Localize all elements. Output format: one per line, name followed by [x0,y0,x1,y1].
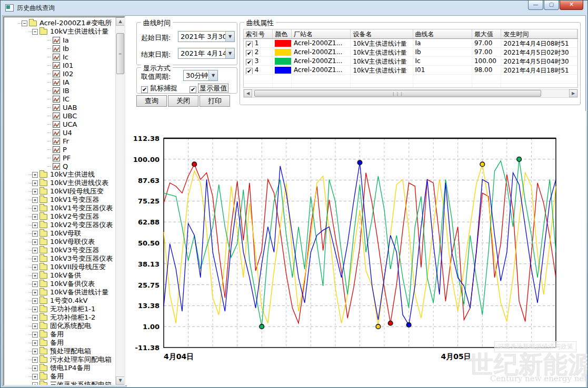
scroll-left-icon[interactable]: ◀ [244,89,252,97]
tree-item[interactable]: Ic [4,53,115,61]
expand-icon[interactable]: + [32,357,38,363]
tree-item[interactable]: +馈电1P4备用 [4,364,115,372]
row-checkbox[interactable]: ✔ [246,50,253,56]
tree-item[interactable]: +备用 [4,339,115,347]
table-h-scrollbar[interactable]: ◀ ❘❘❘ ▶ [243,89,578,98]
expand-icon[interactable]: + [32,323,38,329]
collapse-icon[interactable]: − [22,21,27,26]
tree-item[interactable]: −Acrel-2000Z1#变电所 [4,19,115,27]
tree-item[interactable]: +10kV备供进线计量 [4,288,115,297]
chevron-down-icon[interactable]: ▼ [225,48,234,58]
tree-item[interactable]: −10kV主供进线计量 [4,27,115,36]
expand-icon[interactable]: + [32,315,38,321]
expand-icon[interactable]: + [32,197,38,203]
tree-item[interactable]: +备用 [4,372,115,381]
tree-item[interactable]: +10kVII段母线压变 [4,263,115,271]
minimize-button[interactable]: — [528,1,543,10]
scroll-down-icon[interactable]: ▼ [116,376,125,385]
tree-item[interactable]: +三效蒸发系统配电箱 [4,381,115,385]
column-header[interactable]: 最大值 [472,29,501,38]
tree-item[interactable]: +10kV母联 [4,229,115,238]
expand-icon[interactable]: + [32,206,38,211]
expand-icon[interactable]: + [32,365,38,371]
column-header[interactable]: 颜色 [273,29,292,38]
expand-icon[interactable]: + [32,256,38,262]
tree-item[interactable]: PF [4,154,115,162]
column-header[interactable]: 设备名 [351,29,413,38]
mouse-capture-checkbox[interactable]: ✔ 鼠标捕捉 [141,84,177,93]
expand-icon[interactable]: + [32,349,38,354]
tree-scroll-thumb[interactable]: ≡ [116,33,124,74]
tree-item[interactable]: UBC [4,111,115,120]
column-header[interactable]: 厂站名 [292,29,351,38]
period-select[interactable]: 30分钟 ▼ [183,70,218,81]
tree-item[interactable]: +1号变0.4kV [4,297,115,305]
tree-item[interactable]: +10kV3号变压器仪表 [4,254,115,263]
tree-item[interactable]: IB [4,86,115,95]
print-button[interactable]: 打印 [200,95,230,107]
tree-item[interactable]: +预处理配电箱 [4,347,115,355]
tree-item[interactable]: +污水处理车间配电箱 [4,355,115,364]
table-row[interactable]: ✔ 1Acrel-2000Z1...10kV主供进线计量Ia97.002021年… [244,39,577,48]
expand-icon[interactable]: + [32,281,38,287]
column-header[interactable]: 发生时间 [501,29,577,38]
expand-icon[interactable]: + [32,290,38,295]
column-header[interactable]: 曲线名 [413,29,472,38]
expand-icon[interactable]: + [32,298,38,304]
expand-icon[interactable]: + [32,214,38,220]
tree-item[interactable]: IC [4,95,115,103]
expand-icon[interactable]: + [32,307,38,312]
tree-item[interactable]: +10kV3号变压器 [4,246,115,254]
tree-item[interactable]: +10kV1号变压器仪表 [4,204,115,212]
row-checkbox[interactable]: ✔ [246,68,253,74]
table-row[interactable]: ✔ 4Acrel-2000Z1...10kV主供进线计量I0198.002021… [244,66,577,75]
maximize-button[interactable]: ▢ [544,1,559,10]
tree-item[interactable]: P [4,145,115,154]
close-dialog-button[interactable]: 关闭 [168,95,198,107]
tree-item[interactable]: Ia [4,36,115,44]
checkbox-check-icon[interactable]: ✔ [141,86,148,93]
tree-item[interactable]: +10kVI段母线压变 [4,187,115,196]
tree-item[interactable]: +10kV2号变压器仪表 [4,221,115,229]
tree-item[interactable]: +10kV备供 [4,271,115,280]
tree-item[interactable]: I01 [4,61,115,69]
expand-icon[interactable]: + [32,273,38,279]
expand-icon[interactable]: + [32,231,38,237]
table-scroll-thumb[interactable]: ❘❘❘ [254,90,541,97]
tree-item[interactable]: +固化系统配电 [4,322,115,330]
expand-icon[interactable]: + [32,264,38,270]
expand-icon[interactable]: + [32,172,38,178]
table-row[interactable]: ✔ 3Acrel-2000Z1...10kV主供进线计量Ic100.002021… [244,57,577,66]
tree-item[interactable]: Q [4,162,115,170]
tree-item[interactable]: U4 [4,128,115,137]
tree-scrollbar[interactable]: ▲ ≡ ▼ [115,17,124,385]
expand-icon[interactable]: + [32,382,38,385]
collapse-icon[interactable]: − [32,29,38,35]
tree-item[interactable]: +备用 [4,330,115,339]
row-checkbox[interactable]: ✔ [246,41,253,47]
tree-item[interactable]: UAB [4,103,115,111]
expand-icon[interactable]: + [32,248,38,253]
expand-icon[interactable]: + [32,374,38,380]
expand-icon[interactable]: + [32,189,38,195]
chevron-down-icon[interactable]: ▼ [208,70,217,80]
query-button[interactable]: 查询 [136,95,167,107]
end-date-picker[interactable]: 2021年 4月14 ▼ [178,48,235,59]
tree-item[interactable]: +无功补偿柜1-2 [4,313,115,322]
tree-item[interactable]: +10kV1号变压器 [4,196,115,204]
start-date-picker[interactable]: 2021年 3月30 ▼ [178,31,235,42]
expand-icon[interactable]: + [32,340,38,346]
scroll-up-icon[interactable]: ▲ [116,17,125,26]
expand-icon[interactable]: + [32,222,38,228]
show-extreme-checkbox[interactable]: ✔ 显示最值 [190,84,228,93]
scroll-right-icon[interactable]: ▶ [569,89,577,97]
tree-item[interactable]: +10kV主供进线 [4,170,115,179]
tree-item[interactable]: I02 [4,69,115,78]
tree-item[interactable]: +10kV备供仪表 [4,280,115,288]
chevron-down-icon[interactable]: ▼ [225,32,234,42]
tree-item[interactable]: +无功补偿柜1-1 [4,305,115,313]
table-row[interactable]: ✔ 2Acrel-2000Z1...10kV主供进线计量Ib97.002021年… [244,48,577,57]
column-header[interactable]: 索引号 [244,29,273,38]
row-checkbox[interactable]: ✔ [246,59,253,65]
tree-item[interactable]: +10kV母联仪表 [4,238,115,246]
